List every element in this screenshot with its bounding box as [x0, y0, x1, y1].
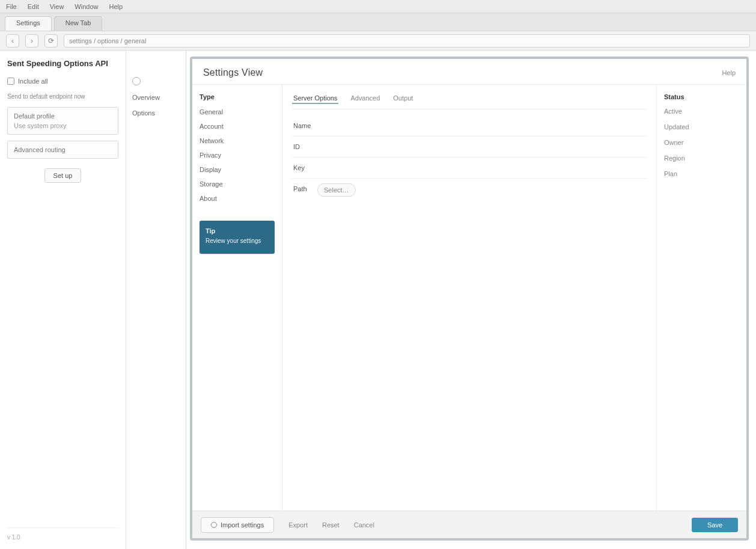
meta-item: Region [664, 153, 739, 163]
left-panel-box-b[interactable]: Advanced routing [7, 141, 118, 159]
tab-server-options[interactable]: Server Options [292, 93, 338, 104]
form-row-path: Path Select… [292, 179, 647, 199]
menu-item[interactable]: Edit [28, 3, 39, 10]
left-panel-checkbox-row[interactable]: Include all [7, 76, 118, 86]
mid-item-options[interactable]: Options [132, 109, 180, 117]
left-panel-check-label: Include all [18, 78, 48, 85]
inner-sidebar-item[interactable]: About [200, 193, 275, 204]
promo-card-title: Tip [206, 227, 269, 236]
form-row-id: ID [292, 136, 647, 158]
left-panel-title: Sent Speeding Options API [7, 59, 118, 68]
field-path[interactable]: Select… [317, 183, 645, 194]
cancel-link[interactable]: Cancel [354, 521, 374, 529]
os-menubar: File Edit View Window Help [0, 0, 756, 13]
menu-item[interactable]: Help [109, 3, 123, 10]
label-key: Key [293, 164, 310, 171]
form-row-name: Name [292, 115, 647, 136]
menu-item[interactable]: File [6, 3, 17, 10]
form-row-key: Key [292, 158, 647, 179]
field-name[interactable] [317, 120, 645, 131]
address-bar[interactable]: settings / options / general [64, 34, 750, 48]
upload-icon [211, 522, 217, 528]
forward-button[interactable]: › [25, 34, 38, 48]
meta-item: Active [664, 106, 739, 116]
browser-tab[interactable]: New Tab [54, 16, 103, 31]
checkbox-icon [7, 78, 14, 85]
inner-sidebar-item[interactable]: Account [200, 121, 275, 132]
import-button-label: Import settings [221, 521, 264, 529]
meta-column: Status Active Updated Owner Region Plan [656, 85, 746, 511]
status-circle-icon [132, 77, 141, 85]
reload-button[interactable]: ⟳ [44, 34, 58, 48]
back-button[interactable]: ‹ [6, 34, 19, 48]
meta-item: Updated [664, 122, 739, 132]
export-link[interactable]: Export [288, 521, 308, 529]
left-panel: Sent Speeding Options API Include all Se… [0, 51, 126, 549]
left-panel-setup-button[interactable]: Set up [44, 168, 82, 183]
main-body: Type General Account Network Privacy Dis… [192, 85, 746, 511]
promo-card[interactable]: Tip Review your settings [200, 221, 275, 254]
inner-sidebar-heading: Type [200, 93, 275, 100]
left-panel-box-a[interactable]: Default profile Use system proxy [7, 107, 118, 135]
inner-sidebar-item[interactable]: Network [200, 135, 275, 146]
promo-card-text: Review your settings [206, 237, 269, 245]
inner-sidebar-item[interactable]: Privacy [200, 150, 275, 161]
inner-sidebar-item[interactable]: Display [200, 164, 275, 175]
reset-link[interactable]: Reset [322, 521, 340, 529]
inner-sidebar-item[interactable]: General [200, 106, 275, 117]
content-tabs: Server Options Advanced Output [292, 93, 647, 109]
screen: File Edit View Window Help Settings New … [0, 0, 756, 549]
page-title: Settings View [203, 67, 263, 78]
meta-heading: Status [664, 93, 739, 100]
label-name: Name [293, 122, 310, 129]
box-a-line1: Default profile [14, 112, 112, 120]
meta-item: Owner [664, 138, 739, 147]
workspace: Sent Speeding Options API Include all Se… [0, 51, 756, 549]
menu-item[interactable]: Window [75, 3, 98, 10]
left-panel-footer: v 1.0 [7, 527, 118, 541]
field-key[interactable] [317, 162, 645, 173]
mid-item-overview[interactable]: Overview [132, 94, 180, 101]
box-b-line1: Advanced routing [14, 146, 112, 153]
help-link[interactable]: Help [722, 69, 736, 76]
browser-tab-active[interactable]: Settings [5, 16, 52, 31]
left-panel-note: Send to default endpoint now [7, 92, 118, 101]
main-header: Settings View Help [192, 59, 746, 85]
label-id: ID [293, 143, 310, 150]
browser-toolbar: ‹ › ⟳ settings / options / general [0, 31, 756, 51]
center-area: Server Options Advanced Output Name ID K… [282, 85, 656, 511]
inner-sidebar-item[interactable]: Storage [200, 179, 275, 189]
meta-item: Plan [664, 169, 739, 179]
box-a-line2: Use system proxy [14, 122, 112, 129]
browser-tabbar: Settings New Tab [0, 13, 756, 31]
main-frame: Settings View Help Type General Account … [190, 57, 749, 541]
menu-item[interactable]: View [50, 3, 64, 10]
path-selector[interactable]: Select… [317, 183, 356, 197]
save-button[interactable]: Save [692, 518, 738, 532]
mid-panel: Overview Options [126, 51, 186, 549]
inner-sidebar: Type General Account Network Privacy Dis… [192, 85, 282, 511]
tab-output[interactable]: Output [392, 93, 414, 104]
label-path: Path [293, 185, 310, 192]
main-footer: Import settings Export Reset Cancel Save [192, 511, 746, 538]
tab-advanced[interactable]: Advanced [349, 93, 381, 104]
import-button[interactable]: Import settings [201, 517, 274, 533]
field-id[interactable] [317, 141, 645, 152]
